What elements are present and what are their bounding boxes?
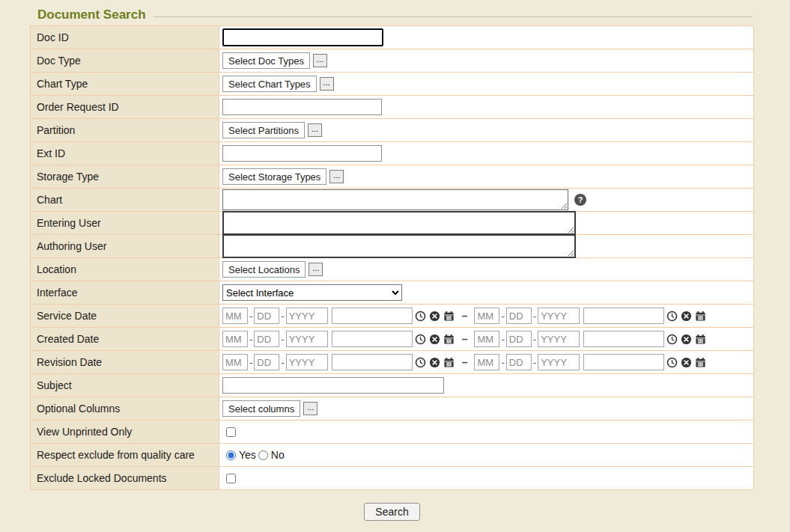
day-input[interactable] [254,331,279,347]
view-unprinted-label: View Unprinted Only [31,421,219,443]
ext-id-input[interactable] [222,145,382,162]
time-input[interactable] [332,354,413,370]
month-input[interactable] [474,354,499,370]
search-bar: Search [30,503,754,521]
clear-icon[interactable] [680,310,693,322]
doc-id-input[interactable] [222,28,383,46]
interface-select[interactable]: Select Interface [222,284,402,301]
entering-user-textarea[interactable] [222,211,576,235]
select-chart-types-button[interactable]: Select Chart Types [222,76,317,92]
subject-field [219,374,753,397]
day-input[interactable] [254,308,279,324]
time-input[interactable] [583,331,664,347]
search-button[interactable]: Search [364,503,419,521]
clock-icon[interactable] [666,356,678,369]
form-row-chart: Chart ? [31,189,753,212]
exclude-locked-checkbox[interactable] [226,474,236,483]
form-row-optional-columns: Optional Columns Select columns ... [31,397,753,421]
clock-icon[interactable] [666,333,678,346]
order-request-id-input[interactable] [222,99,382,115]
authoring-user-textarea[interactable] [222,234,576,258]
form-row-service-date: Service Date - - – - - [31,305,753,328]
date-entry-group: - - [222,331,455,347]
subject-input[interactable] [222,377,444,394]
month-input[interactable] [474,331,499,347]
partition-more-button[interactable]: ... [308,123,322,137]
month-input[interactable] [222,331,248,347]
clock-icon[interactable] [414,310,427,322]
calendar-icon[interactable] [694,310,707,322]
calendar-icon[interactable] [443,310,455,322]
revision-date-label: Revision Date [31,351,219,373]
calendar-icon[interactable] [694,356,707,369]
view-unprinted-checkbox[interactable] [226,427,236,437]
chart-type-more-button[interactable]: ... [320,77,334,91]
time-input[interactable] [332,308,413,324]
time-input[interactable] [583,354,664,370]
clear-icon[interactable] [680,356,693,369]
chart-field: ? [219,189,753,211]
date-entry-group: - - [474,331,707,347]
day-input[interactable] [506,331,532,347]
quality-care-no-radio[interactable] [258,450,268,460]
exclude-locked-label: Exclude Locked Documents [31,467,219,489]
date-entry-group: - - [474,308,707,324]
date-range-separator: – [462,310,468,322]
doc-type-more-button[interactable]: ... [313,54,327,67]
select-locations-button[interactable]: Select Locations [222,261,306,278]
ext-id-field [219,142,753,165]
chart-type-field: Select Chart Types ... [219,73,753,95]
entering-user-field [219,212,753,234]
storage-type-field: Select Storage Types ... [219,165,753,188]
day-input[interactable] [506,308,532,324]
clock-icon[interactable] [666,310,678,322]
day-input[interactable] [506,354,532,370]
form-row-partition: Partition Select Partitions ... [31,119,753,142]
clear-icon[interactable] [428,310,441,322]
date-hyphen: - [249,357,252,368]
date-hyphen: - [501,311,504,322]
form-row-doc-id: Doc ID [31,26,753,49]
clear-icon[interactable] [680,333,693,346]
time-input[interactable] [332,331,413,347]
year-input[interactable] [538,331,580,347]
form-row-view-unprinted: View Unprinted Only [31,421,753,444]
year-input[interactable] [286,354,328,370]
year-input[interactable] [286,308,328,324]
clock-icon[interactable] [414,356,427,369]
quality-care-yes-radio[interactable] [226,450,236,460]
help-icon[interactable]: ? [574,194,586,206]
year-input[interactable] [538,308,580,324]
day-input[interactable] [254,354,279,370]
month-input[interactable] [474,308,499,324]
chart-textarea[interactable] [222,189,568,210]
select-doc-types-button[interactable]: Select Doc Types [222,52,310,69]
location-field: Select Locations ... [219,258,753,281]
optional-columns-more-button[interactable]: ... [303,402,317,415]
form-row-storage-type: Storage Type Select Storage Types ... [31,165,753,189]
divider [154,16,753,17]
calendar-icon[interactable] [443,333,455,346]
select-columns-button[interactable]: Select columns [222,400,300,417]
month-input[interactable] [222,354,248,370]
search-form: Doc ID Doc Type Select Doc Types ... Cha… [30,25,754,490]
year-input[interactable] [538,354,580,370]
order-request-id-field [219,96,753,118]
select-partitions-button[interactable]: Select Partitions [222,122,305,138]
document-search-panel: Document Search Doc ID Doc Type Select D… [30,6,754,521]
calendar-icon[interactable] [694,333,707,346]
page-title: Document Search [37,7,146,22]
optional-columns-label: Optional Columns [31,397,219,420]
time-input[interactable] [583,308,664,324]
calendar-icon[interactable] [443,356,455,369]
clear-icon[interactable] [428,356,441,369]
clear-icon[interactable] [428,333,441,346]
select-storage-types-button[interactable]: Select Storage Types [222,168,326,185]
storage-type-more-button[interactable]: ... [329,170,344,183]
date-hyphen: - [281,357,284,368]
year-input[interactable] [286,331,328,347]
location-more-button[interactable]: ... [309,263,323,276]
month-input[interactable] [222,308,248,324]
form-row-chart-type: Chart Type Select Chart Types ... [31,73,753,96]
clock-icon[interactable] [414,333,427,346]
